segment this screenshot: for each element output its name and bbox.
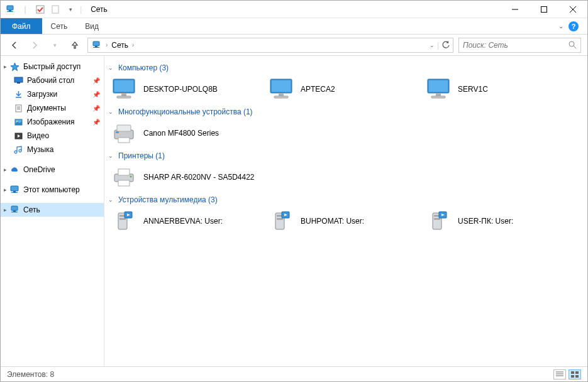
svg-rect-6 bbox=[541, 6, 547, 12]
printer-icon bbox=[111, 165, 137, 189]
checkbox-icon[interactable] bbox=[35, 4, 46, 15]
group-header-printers[interactable]: ⌄ Принтеры (1) bbox=[108, 151, 584, 160]
sidebar-item-label: Рабочий стол bbox=[27, 76, 74, 85]
sidebar-quick-access[interactable]: ▸ Быстрый доступ bbox=[1, 60, 104, 74]
sidebar-item-desktop[interactable]: Рабочий стол 📌 bbox=[1, 74, 104, 87]
group-header-computers[interactable]: ⌄ Компьютер (3) bbox=[108, 63, 584, 72]
breadcrumb-dropdown-icon[interactable]: ⌄ bbox=[430, 42, 435, 48]
computer-item[interactable]: DESKTOP-UPOLQ8B bbox=[107, 75, 264, 104]
pin-icon: 📌 bbox=[92, 91, 100, 98]
sidebar-item-label: Этот компьютер bbox=[23, 185, 80, 194]
svg-rect-2 bbox=[7, 11, 13, 12]
svg-rect-26 bbox=[11, 192, 18, 193]
blank-doc-icon[interactable] bbox=[50, 4, 61, 15]
media-server-icon bbox=[268, 209, 294, 233]
sidebar-item-music[interactable]: Музыка bbox=[1, 143, 104, 156]
monitor-icon bbox=[111, 77, 137, 101]
sidebar-item-documents[interactable]: Документы 📌 bbox=[1, 101, 104, 115]
svg-rect-33 bbox=[117, 96, 131, 98]
documents-icon bbox=[13, 103, 23, 113]
status-item-count: Элементов: 8 bbox=[7, 370, 54, 379]
media-device-item[interactable]: BUHPOMAT: User: bbox=[264, 207, 421, 236]
breadcrumb[interactable]: › Сеть › ⌄ | bbox=[87, 38, 453, 53]
chevron-right-icon[interactable]: ▸ bbox=[2, 187, 8, 193]
maximize-button[interactable] bbox=[530, 1, 558, 18]
item-label: SHARP AR-6020NV - SA5D4422 bbox=[143, 173, 255, 182]
ribbon-expand-icon[interactable]: ⌄ bbox=[558, 23, 563, 30]
body: ▸ Быстрый доступ Рабочий стол 📌 Загрузки… bbox=[1, 56, 587, 366]
ribbon-tab-network[interactable]: Сеть bbox=[42, 18, 77, 34]
svg-rect-35 bbox=[272, 80, 291, 92]
chevron-down-icon[interactable]: ⌄ bbox=[108, 197, 114, 203]
nav-forward-button[interactable] bbox=[27, 38, 42, 53]
svg-rect-24 bbox=[11, 186, 18, 191]
sidebar-item-videos[interactable]: Видео bbox=[1, 129, 104, 143]
help-icon[interactable]: ? bbox=[569, 21, 579, 31]
breadcrumb-sep-icon[interactable]: › bbox=[104, 41, 109, 48]
nav-recent-dropdown[interactable]: ▾ bbox=[47, 38, 62, 53]
computer-item[interactable]: APTECA2 bbox=[264, 75, 421, 104]
sidebar-item-label: Видео bbox=[27, 131, 49, 140]
chevron-right-icon[interactable]: ▸ bbox=[2, 207, 8, 213]
svg-rect-15 bbox=[17, 82, 20, 84]
svg-rect-40 bbox=[436, 93, 441, 96]
search-icon[interactable] bbox=[569, 41, 577, 49]
nav-back-button[interactable] bbox=[7, 38, 22, 53]
svg-rect-52 bbox=[119, 218, 126, 220]
chevron-right-icon[interactable]: ▸ bbox=[2, 63, 8, 70]
search-input[interactable] bbox=[463, 41, 569, 50]
close-button[interactable] bbox=[558, 1, 587, 18]
ribbon-tab-file[interactable]: Файл bbox=[1, 18, 42, 34]
svg-rect-36 bbox=[279, 93, 284, 96]
svg-rect-11 bbox=[93, 47, 99, 48]
chevron-down-icon[interactable]: ⌄ bbox=[108, 109, 114, 115]
chevron-right-icon[interactable]: ▸ bbox=[2, 166, 8, 173]
ribbon-tab-view[interactable]: Вид bbox=[76, 18, 108, 34]
printer-item[interactable]: SHARP AR-6020NV - SA5D4422 bbox=[107, 163, 264, 192]
media-device-item[interactable]: ANNAERBEVNA: User: bbox=[107, 207, 264, 236]
breadcrumb-network[interactable]: Сеть bbox=[111, 41, 128, 50]
chevron-down-icon[interactable]: ⌄ bbox=[108, 65, 114, 71]
view-details-button[interactable] bbox=[553, 369, 566, 379]
breadcrumb-sep-icon[interactable]: › bbox=[131, 41, 135, 48]
network-app-icon bbox=[4, 4, 16, 15]
sidebar-onedrive[interactable]: ▸ OneDrive bbox=[1, 163, 104, 177]
mfd-printer-icon bbox=[111, 121, 137, 145]
mfd-item[interactable]: Canon MF4800 Series bbox=[107, 119, 264, 148]
svg-rect-68 bbox=[575, 375, 579, 378]
sidebar-item-label: OneDrive bbox=[23, 165, 55, 174]
svg-point-49 bbox=[130, 176, 132, 178]
group-header-mfd[interactable]: ⌄ Многофункциональные устройства (1) bbox=[108, 107, 584, 116]
sidebar-item-label: Загрузки bbox=[27, 90, 57, 99]
desktop-icon bbox=[13, 75, 23, 85]
item-label: USER-ПК: User: bbox=[458, 217, 513, 226]
qat-dropdown-icon[interactable]: ▾ bbox=[65, 4, 76, 15]
refresh-icon[interactable] bbox=[441, 41, 450, 50]
sidebar-network[interactable]: ▸ Сеть bbox=[1, 203, 104, 217]
view-icons-button[interactable] bbox=[569, 369, 581, 379]
star-icon bbox=[9, 62, 19, 72]
chevron-down-icon[interactable]: ⌄ bbox=[108, 153, 114, 159]
sidebar-item-pictures[interactable]: Изображения 📌 bbox=[1, 115, 104, 129]
svg-rect-31 bbox=[114, 80, 133, 92]
svg-rect-47 bbox=[118, 169, 130, 175]
quick-access-toolbar: | ▾ | bbox=[1, 4, 82, 15]
media-server-icon bbox=[425, 209, 452, 233]
item-label: APTECA2 bbox=[301, 85, 335, 94]
media-device-item[interactable]: USER-ПК: User: bbox=[421, 207, 579, 236]
item-label: Canon MF4800 Series bbox=[143, 129, 219, 138]
group-header-media[interactable]: ⌄ Устройства мультимедиа (3) bbox=[108, 195, 584, 204]
search-box[interactable] bbox=[458, 38, 581, 53]
group-title: Многофункциональные устройства (1) bbox=[118, 107, 253, 116]
minimize-button[interactable] bbox=[501, 1, 530, 18]
group-title: Устройства мультимедиа (3) bbox=[118, 195, 218, 204]
nav-up-button[interactable] bbox=[67, 38, 82, 53]
svg-rect-9 bbox=[93, 41, 99, 46]
sidebar-item-downloads[interactable]: Загрузки 📌 bbox=[1, 87, 104, 101]
item-label: ANNAERBEVNA: User: bbox=[143, 217, 223, 226]
svg-rect-25 bbox=[13, 191, 16, 192]
cloud-icon bbox=[9, 165, 19, 175]
computer-item[interactable]: SERV1C bbox=[421, 75, 579, 104]
sidebar-this-pc[interactable]: ▸ Этот компьютер bbox=[1, 183, 104, 197]
sidebar-item-label: Изображения bbox=[27, 117, 74, 126]
